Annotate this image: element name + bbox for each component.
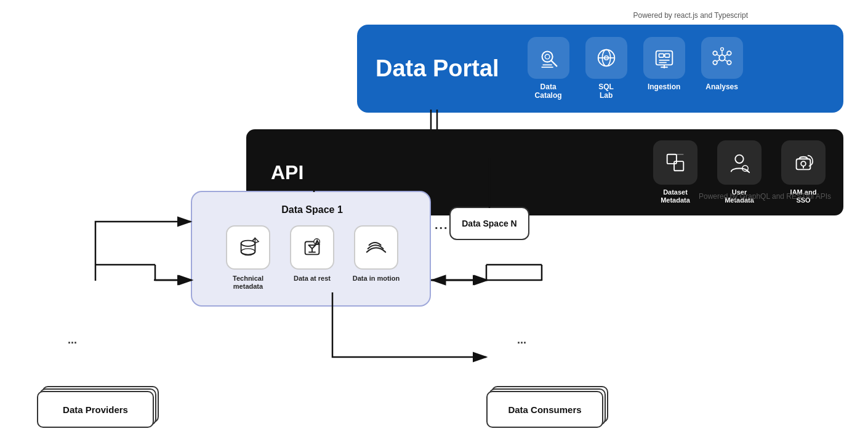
svg-point-18 bbox=[727, 51, 731, 55]
ingestion-icon bbox=[653, 46, 676, 70]
user-metadata-icon-box bbox=[717, 140, 762, 185]
svg-point-34 bbox=[801, 161, 806, 166]
svg-line-23 bbox=[717, 60, 720, 62]
svg-point-19 bbox=[713, 60, 717, 65]
sql-lab-icon bbox=[595, 46, 618, 70]
svg-point-20 bbox=[727, 60, 731, 65]
ingestion-icon-box bbox=[643, 37, 685, 79]
iam-sso-icon-box bbox=[781, 140, 826, 185]
ingestion-label: Ingestion bbox=[648, 82, 680, 91]
providers-card-main: Data Providers bbox=[37, 391, 154, 428]
dataspace-n-box: Data Space N bbox=[449, 207, 529, 240]
technical-metadata-icon bbox=[236, 236, 260, 259]
sql-lab-label: SQLLab bbox=[598, 82, 614, 100]
svg-point-17 bbox=[713, 51, 717, 55]
dataspace-n-title: Data Space N bbox=[462, 219, 516, 228]
data-at-rest-label: Data at rest bbox=[294, 275, 331, 283]
consumers-card-main: Data Consumers bbox=[486, 391, 603, 428]
svg-marker-39 bbox=[308, 245, 315, 249]
svg-point-2 bbox=[545, 54, 550, 59]
analyses-label: Analyses bbox=[705, 82, 738, 91]
technical-metadata-label: Technicalmetadata bbox=[233, 275, 263, 291]
svg-line-24 bbox=[724, 60, 727, 62]
iam-sso-icon bbox=[792, 151, 815, 174]
powered-graphql-label: Powered by GraphQL and RESTful APIs bbox=[699, 192, 831, 201]
svg-text:△: △ bbox=[315, 239, 319, 245]
dataspace1-box: Data Space 1 Technicalmetadata bbox=[191, 191, 431, 307]
technical-metadata-icon-box bbox=[226, 225, 270, 270]
data-portal-title: Data Portal bbox=[376, 55, 499, 82]
analyses-icon bbox=[710, 46, 734, 70]
svg-rect-11 bbox=[665, 54, 670, 57]
data-at-rest-icon-box: △ bbox=[290, 225, 334, 270]
consumers-ellipsis: ... bbox=[517, 334, 526, 347]
dataspace-icon-data-at-rest: △ Data at rest bbox=[284, 225, 340, 291]
portal-icon-sql-lab: SQLLab bbox=[582, 37, 631, 100]
portal-icon-ingestion: Ingestion bbox=[640, 37, 689, 91]
dataspace1-title: Data Space 1 bbox=[207, 204, 417, 215]
svg-line-51 bbox=[95, 234, 154, 280]
portal-icon-data-catalog: DataCatalog bbox=[524, 37, 573, 100]
consumers-label: Data Consumers bbox=[508, 404, 581, 415]
data-portal-panel: Data Portal DataCatalog bbox=[357, 25, 843, 113]
svg-point-30 bbox=[735, 155, 743, 163]
svg-point-25 bbox=[720, 47, 723, 50]
svg-line-1 bbox=[551, 61, 557, 66]
svg-rect-10 bbox=[659, 54, 664, 57]
dataspace-icon-data-in-motion: Data in motion bbox=[348, 225, 404, 291]
portal-icon-analyses: Analyses bbox=[697, 37, 747, 91]
providers-label: Data Providers bbox=[63, 404, 128, 415]
dataset-metadata-icon bbox=[664, 151, 687, 174]
dataspace1-icons-row: Technicalmetadata △ Data at rest bbox=[207, 225, 417, 291]
providers-ellipsis: ... bbox=[68, 334, 77, 347]
sql-lab-icon-box bbox=[585, 37, 627, 79]
data-catalog-label: DataCatalog bbox=[535, 82, 562, 100]
svg-line-22 bbox=[724, 54, 727, 56]
data-in-motion-icon bbox=[364, 236, 388, 259]
svg-point-16 bbox=[719, 55, 725, 61]
svg-line-52 bbox=[95, 234, 191, 280]
dataset-metadata-icon-box bbox=[653, 140, 697, 185]
powered-reactjs-label: Powered by react.js and Typescript bbox=[633, 11, 748, 20]
portal-icons-row: DataCatalog SQLLab bbox=[524, 37, 747, 100]
ellipsis-spaces: ... bbox=[435, 218, 449, 232]
dataspace-icon-technical-metadata: Technicalmetadata bbox=[220, 225, 276, 291]
svg-point-36 bbox=[241, 241, 255, 247]
data-in-motion-label: Data in motion bbox=[353, 275, 400, 283]
data-catalog-icon-box bbox=[528, 37, 569, 79]
data-at-rest-icon: △ bbox=[300, 236, 324, 259]
svg-point-37 bbox=[241, 249, 255, 255]
api-title: API bbox=[271, 161, 303, 184]
svg-rect-28 bbox=[674, 161, 683, 171]
diagram-container: Powered by react.js and Typescript Data … bbox=[0, 0, 868, 434]
analyses-icon-box bbox=[701, 37, 743, 79]
svg-line-32 bbox=[747, 170, 749, 172]
data-in-motion-icon-box bbox=[354, 225, 398, 270]
dataset-metadata-label: DatasetMetadata bbox=[661, 188, 690, 204]
api-icon-dataset-metadata: DatasetMetadata bbox=[648, 140, 703, 204]
svg-line-21 bbox=[717, 54, 720, 56]
data-catalog-icon bbox=[537, 46, 560, 70]
user-metadata-icon bbox=[728, 151, 751, 174]
svg-rect-27 bbox=[667, 155, 677, 164]
